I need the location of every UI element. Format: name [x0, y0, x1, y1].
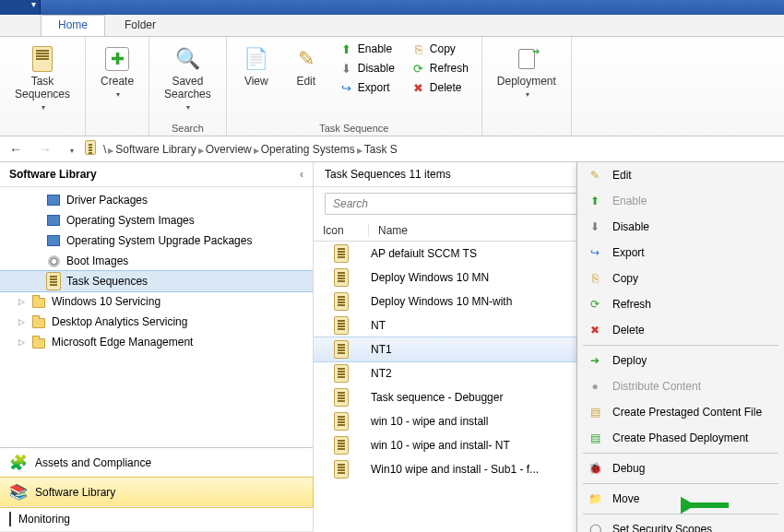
tree-node[interactable]: Task Sequences [0, 271, 313, 291]
copy-button[interactable]: ⎘Copy [408, 41, 472, 57]
search-folder-icon: 🔍 [172, 44, 202, 74]
plus-icon [102, 44, 132, 74]
expand-icon[interactable]: ▷ [17, 317, 26, 326]
expand-icon[interactable]: ▷ [17, 297, 26, 306]
ctx-icon: ⬆ [587, 193, 603, 209]
nav-section[interactable]: 🧩Assets and Compliance [0, 448, 313, 478]
node-label: Operating System Images [66, 214, 195, 227]
ctx-label: Enable [612, 195, 647, 207]
ribbon-tabs: Home Folder [0, 15, 784, 37]
edit-button[interactable]: ✎ Edit [286, 41, 327, 92]
tree-node[interactable]: Operating System Upgrade Packages [0, 231, 313, 251]
breadcrumb-sep: ▶ [198, 147, 204, 155]
ctx-label: Edit [612, 169, 632, 182]
row-icon [314, 340, 369, 359]
ctx-separator [583, 345, 778, 346]
ctx-deploy[interactable]: ➔Deploy [577, 348, 784, 373]
ctx-export[interactable]: ↪Export [577, 240, 784, 266]
export-icon: ↪ [339, 80, 354, 95]
node-label: Desktop Analytics Servicing [52, 315, 187, 328]
row-icon [314, 460, 369, 479]
tree: Driver PackagesOperating System ImagesOp… [0, 187, 313, 447]
breadcrumb-item[interactable]: Overview [204, 143, 254, 156]
ribbon: Task Sequences Create 🔍 Saved Searches [0, 37, 784, 136]
ctx-icon: ✎ [587, 167, 603, 183]
tree-node[interactable]: Operating System Images [0, 210, 313, 231]
context-menu: ✎Edit⬆Enable⬇Disable↪Export⎘Copy⟳Refresh… [576, 162, 784, 532]
ctx-edit[interactable]: ✎Edit [577, 162, 784, 188]
collapse-icon[interactable]: ‹ [300, 168, 303, 181]
forward-button[interactable]: → [33, 138, 57, 160]
copy-icon: ⎘ [411, 41, 426, 56]
ctx-set-security-scopes[interactable]: ◯Set Security Scopes [577, 516, 784, 532]
ctx-disable[interactable]: ⬇Disable [577, 214, 784, 240]
refresh-button[interactable]: ⟳Refresh [408, 60, 472, 77]
ctx-label: Copy [612, 272, 638, 285]
breadcrumb-item[interactable]: Task S [362, 143, 399, 156]
ctx-distribute-content: ●Distribute Content [577, 373, 784, 399]
ctx-separator [583, 514, 778, 514]
disable-button[interactable]: ⬇Disable [336, 60, 398, 77]
group-search-label: Search [172, 121, 204, 136]
ctx-debug[interactable]: 🐞Debug [577, 455, 784, 481]
breadcrumb-item[interactable]: Software Library [113, 143, 197, 156]
tab-folder[interactable]: Folder [107, 15, 173, 36]
app-menu-button[interactable] [0, 0, 41, 15]
create-button[interactable]: Create [95, 41, 139, 102]
ctx-icon: ● [587, 378, 603, 395]
ctx-create-prestaged-content-file[interactable]: ▤Create Prestaged Content File [577, 399, 784, 425]
deployment-button[interactable]: Deployment [492, 41, 562, 102]
node-label: Task Sequences [66, 275, 148, 288]
tree-node[interactable]: ▷Microsoft Edge Management [0, 332, 313, 352]
tab-home[interactable]: Home [41, 15, 105, 36]
node-label: Boot Images [66, 254, 128, 267]
ctx-copy[interactable]: ⎘Copy [577, 266, 784, 291]
delete-button[interactable]: ✖Delete [408, 79, 472, 96]
back-button[interactable]: ← [4, 138, 28, 160]
enable-button[interactable]: ⬆Enable [336, 41, 398, 57]
task-sequences-button[interactable]: Task Sequences [9, 41, 76, 115]
ctx-label: Move [612, 492, 639, 505]
ctx-move[interactable]: 📁Move [577, 486, 784, 512]
node-icon [31, 335, 46, 349]
task-sequences-icon [28, 44, 57, 74]
tree-node[interactable]: ▷Desktop Analytics Servicing [0, 312, 313, 332]
node-label: Driver Packages [66, 194, 148, 207]
ctx-create-phased-deployment[interactable]: ▤Create Phased Deployment [577, 425, 784, 451]
nav-label: Software Library [35, 486, 115, 499]
delete-icon: ✖ [411, 80, 426, 95]
group-ts-label: Task Sequence [319, 121, 388, 136]
tree-node[interactable]: ▷Windows 10 Servicing [0, 291, 313, 312]
ctx-refresh[interactable]: ⟳Refresh [577, 291, 784, 317]
ctx-label: Create Phased Deployment [612, 432, 748, 444]
node-label: Windows 10 Servicing [52, 295, 160, 308]
tree-node[interactable]: Boot Images [0, 251, 313, 271]
refresh-icon: ⟳ [411, 61, 426, 76]
node-icon [46, 233, 61, 248]
col-name[interactable]: Name [369, 224, 417, 237]
disable-icon: ⬇ [339, 61, 354, 76]
col-icon[interactable]: Icon [314, 224, 369, 237]
row-icon [314, 268, 369, 287]
ctx-label: Debug [612, 462, 645, 475]
ctx-label: Export [612, 246, 645, 259]
breadcrumb-item[interactable]: Operating Systems [259, 143, 357, 156]
ctx-icon: ⬇ [587, 219, 603, 235]
nav-section[interactable]: Monitoring [0, 507, 313, 532]
node-icon [46, 193, 61, 207]
expand-icon[interactable]: ▷ [17, 337, 26, 347]
ctx-delete[interactable]: ✖Delete [577, 317, 784, 343]
row-icon [314, 388, 369, 407]
edit-icon: ✎ [291, 44, 321, 74]
history-button[interactable] [63, 139, 79, 160]
export-button[interactable]: ↪Export [336, 79, 398, 96]
ctx-enable: ⬆Enable [577, 188, 784, 214]
sidebar-title: Software Library [9, 168, 97, 181]
tree-node[interactable]: Driver Packages [0, 190, 313, 210]
nav-icon [9, 513, 11, 526]
view-button[interactable]: 📄 View [236, 41, 277, 92]
ctx-icon: 📁 [587, 491, 603, 507]
nav-section[interactable]: 📚Software Library [0, 478, 313, 507]
saved-searches-button[interactable]: 🔍 Saved Searches [159, 41, 217, 115]
ctx-separator [583, 453, 778, 454]
